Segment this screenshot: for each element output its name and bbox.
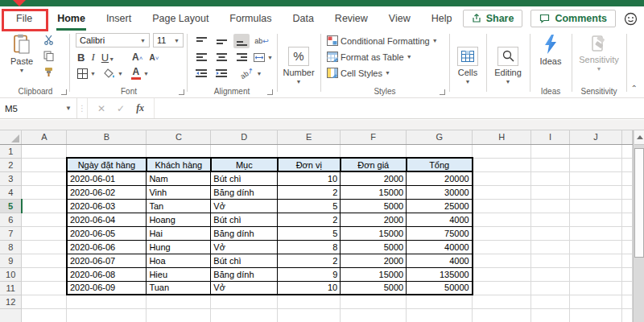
orientation-button[interactable]: ab↗ ▼ <box>240 69 262 77</box>
number-format-button[interactable]: % Number ▼ <box>279 31 319 98</box>
cell[interactable] <box>147 295 211 308</box>
cell[interactable]: 20000 <box>407 171 473 185</box>
cell[interactable]: Băng dính <box>211 226 278 240</box>
borders-button[interactable]: ▼ <box>77 68 96 79</box>
cell[interactable]: 5 <box>278 226 341 240</box>
cell[interactable]: 2020-06-09 <box>67 281 147 295</box>
cell[interactable]: 2020-06-02 <box>67 185 147 199</box>
cell[interactable]: 2000 <box>341 171 407 185</box>
cell[interactable] <box>531 267 570 281</box>
font-name-combo[interactable]: Calibri▼ <box>76 33 150 47</box>
cancel-icon[interactable]: ✕ <box>97 103 105 114</box>
column-header-C[interactable]: C <box>147 130 211 144</box>
cell[interactable]: 10 <box>278 281 341 295</box>
row-header-12[interactable]: 12 <box>0 295 22 308</box>
cell[interactable]: 75000 <box>407 226 473 240</box>
cell[interactable] <box>570 295 622 308</box>
name-box-dropdown-icon[interactable]: ▼ <box>65 105 72 112</box>
tab-home[interactable]: Home <box>47 6 96 31</box>
cell[interactable] <box>473 281 531 295</box>
cell[interactable] <box>473 254 531 267</box>
cell[interactable] <box>211 144 278 158</box>
tab-data[interactable]: Data <box>282 6 324 31</box>
bold-button[interactable]: B <box>77 52 85 64</box>
row-header-6[interactable]: 6 <box>0 213 22 226</box>
cell[interactable] <box>570 254 622 267</box>
cell[interactable] <box>407 144 473 158</box>
cell[interactable] <box>22 171 67 185</box>
cell[interactable] <box>570 226 622 240</box>
cell[interactable]: Hai <box>147 226 211 240</box>
cell[interactable]: 2 <box>278 213 341 226</box>
cell[interactable] <box>22 199 67 213</box>
cell[interactable] <box>570 267 622 281</box>
cell[interactable] <box>341 295 407 308</box>
cell[interactable]: 50000 <box>407 281 473 295</box>
cell[interactable] <box>407 295 473 308</box>
tab-review[interactable]: Review <box>324 6 378 31</box>
editing-button[interactable]: Editing ▼ <box>488 31 528 98</box>
cell[interactable] <box>278 144 341 158</box>
cell[interactable]: Vở <box>211 281 278 295</box>
cell[interactable]: 30000 <box>407 185 473 199</box>
font-size-combo[interactable]: 11▼ <box>153 33 184 47</box>
cell[interactable]: Tổng <box>407 158 473 171</box>
cell[interactable] <box>570 185 622 199</box>
cell[interactable]: 2000 <box>341 213 407 226</box>
format-painter-icon[interactable] <box>40 64 56 79</box>
align-top-icon[interactable] <box>193 34 209 48</box>
cell[interactable] <box>531 158 570 171</box>
row-header-7[interactable]: 7 <box>0 226 22 240</box>
tab-view[interactable]: View <box>378 6 421 31</box>
column-header-H[interactable]: H <box>473 130 531 144</box>
cell[interactable] <box>473 158 531 171</box>
cell[interactable]: Băng dính <box>211 185 278 199</box>
cell[interactable]: 15000 <box>341 226 407 240</box>
cell[interactable]: Hieu <box>147 267 211 281</box>
cell[interactable] <box>22 185 67 199</box>
comments-button[interactable]: Comments <box>530 10 616 27</box>
row-header-9[interactable]: 9 <box>0 254 22 267</box>
cell[interactable]: 4000 <box>407 254 473 267</box>
cell[interactable] <box>531 213 570 226</box>
row-header-10[interactable]: 10 <box>0 267 22 281</box>
row-header-8[interactable]: 8 <box>0 240 22 254</box>
cell[interactable]: Mục <box>211 158 278 171</box>
cell[interactable]: 2 <box>278 254 341 267</box>
cell[interactable]: Băng dính <box>211 267 278 281</box>
cell[interactable]: 5 <box>278 199 341 213</box>
copy-icon[interactable] <box>40 48 56 63</box>
scrollbar-thumb[interactable] <box>634 148 644 258</box>
cells-button[interactable]: Cells ▼ <box>451 31 485 98</box>
cell[interactable] <box>531 199 570 213</box>
merge-center-button[interactable]: ▼ <box>254 53 273 62</box>
column-header-F[interactable]: F <box>341 130 407 144</box>
font-dialog-launcher-icon[interactable] <box>179 89 184 95</box>
increase-font-button[interactable]: A˄ <box>132 52 142 63</box>
cell[interactable]: Hoa <box>147 254 211 267</box>
decrease-indent-icon[interactable] <box>193 66 209 80</box>
cell[interactable] <box>531 295 570 308</box>
tab-page-layout[interactable]: Page Layout <box>142 6 219 31</box>
cell[interactable] <box>473 199 531 213</box>
enter-icon[interactable]: ✓ <box>117 103 125 114</box>
insert-function-icon[interactable]: fx <box>136 102 144 114</box>
cell[interactable]: Bút chì <box>211 171 278 185</box>
cell[interactable] <box>22 226 67 240</box>
cell[interactable] <box>570 281 622 295</box>
align-center-icon[interactable] <box>213 50 229 64</box>
cell[interactable]: Vinh <box>147 185 211 199</box>
cell[interactable] <box>473 295 531 308</box>
cell[interactable]: 2020-06-07 <box>67 254 147 267</box>
cell[interactable]: 10 <box>278 171 341 185</box>
cell[interactable]: Vở <box>211 240 278 254</box>
cell[interactable]: 5000 <box>341 281 407 295</box>
cell[interactable]: Bút chì <box>211 254 278 267</box>
increase-indent-icon[interactable] <box>213 66 229 80</box>
cell[interactable] <box>22 240 67 254</box>
cell[interactable] <box>67 144 147 158</box>
cell[interactable] <box>570 199 622 213</box>
cell[interactable] <box>67 295 147 308</box>
fill-color-button[interactable]: ▼ <box>104 68 123 79</box>
cell[interactable]: 2020-06-04 <box>67 213 147 226</box>
